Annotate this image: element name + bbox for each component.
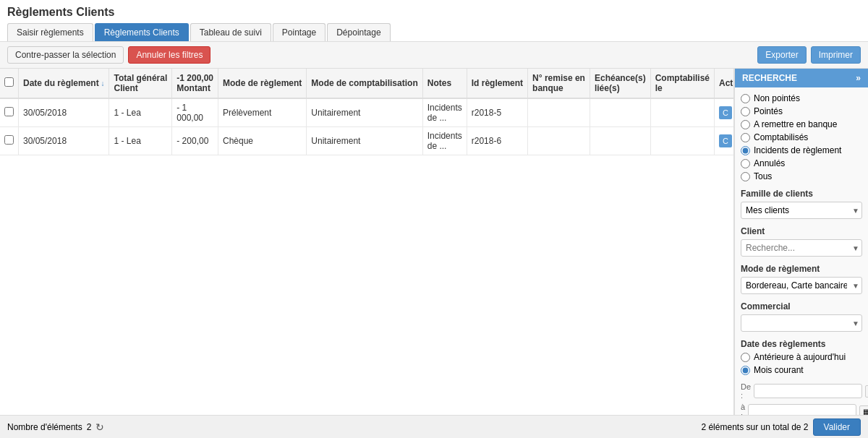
radio-tous[interactable]: Tous <box>741 171 862 181</box>
cell-id-reglement-1: r2018-5 <box>467 98 527 127</box>
cell-client-1: 1 - Lea <box>109 98 172 127</box>
cell-montant-1: - 1 000,00 <box>172 98 218 127</box>
client-label: Client <box>741 226 862 236</box>
table-row: 30/05/2018 1 - Lea - 1 000,00 Prélèvemen… <box>0 98 734 127</box>
date-de-input[interactable] <box>754 384 862 398</box>
row-checkbox-1[interactable] <box>0 98 19 127</box>
radio-incidents[interactable]: Incidents de règlement <box>741 145 862 155</box>
cell-echeance-1 <box>590 98 650 127</box>
cell-id-reglement-2: r2018-6 <box>467 127 527 155</box>
search-content: Non pointés Pointés A remettre en banque… <box>735 87 868 415</box>
cell-echeance-2 <box>590 127 650 155</box>
date-section: Date des règlements Antérieure à aujourd… <box>741 339 862 415</box>
footer-left: Nombre d'éléments 2 ↻ <box>7 421 104 433</box>
col-mode-reglement: Mode de règlement <box>218 69 307 98</box>
famille-clients-label: Famille de clients <box>741 189 862 199</box>
radio-annules[interactable]: Annulés <box>741 158 862 168</box>
cell-comptabilise-1 <box>650 98 714 127</box>
footer-right: 2 éléments sur un total de 2 Valider <box>701 418 861 436</box>
select-all-header[interactable] <box>0 69 19 98</box>
cell-remise-2 <box>528 127 590 155</box>
page-title: Règlements Clients <box>7 6 861 19</box>
cell-client-2: 1 - Lea <box>109 127 172 155</box>
collapse-button[interactable]: » <box>856 73 861 83</box>
cell-mode-reglement-1: Prélèvement <box>218 98 307 127</box>
col-actions: Actions <box>715 69 734 98</box>
cell-mode-compta-1: Unitairement <box>307 98 422 127</box>
famille-clients-select[interactable]: Mes clients Tous les clients <box>741 202 862 219</box>
col-client: Total généralClient <box>109 69 172 98</box>
toolbar: Contre-passer la sélection Annuler les f… <box>0 42 868 69</box>
table-area: Date du règlement Total généralClient -1… <box>0 69 734 415</box>
col-remise: N° remise enbanque <box>528 69 590 98</box>
tab-tableau[interactable]: Tableau de suivi <box>190 23 271 41</box>
col-comptabilise: Comptabiliséle <box>650 69 714 98</box>
date-radio-group: Antérieure à aujourd'hui Mois courant <box>741 352 862 375</box>
row-checkbox-2[interactable] <box>0 127 19 155</box>
radio-comptabilises[interactable]: Comptabilisés <box>741 132 862 142</box>
tab-saisir[interactable]: Saisir règlements <box>7 23 93 41</box>
tab-bar: Saisir règlements Règlements Clients Tab… <box>7 23 861 41</box>
footer: Nombre d'éléments 2 ↻ 2 éléments sur un … <box>0 415 868 438</box>
search-header: RECHERCHE » <box>735 69 868 87</box>
cell-actions-2: C C ✎ ✖ ✉ ⚙ <box>715 127 734 155</box>
date-de-label: De : <box>741 382 751 400</box>
contre-passer-button[interactable]: Contre-passer la sélection <box>7 46 124 64</box>
cell-actions-1: C C ✎ ✖ ✉ ⚙ <box>715 98 734 127</box>
date-a-input[interactable] <box>748 404 856 415</box>
commercial-label: Commercial <box>741 301 862 312</box>
radio-anterieure[interactable]: Antérieure à aujourd'hui <box>741 352 862 362</box>
cell-notes-1: Incidents de ... <box>422 98 467 127</box>
action-copy-2[interactable]: C <box>719 134 732 147</box>
status-radio-group: Non pointés Pointés A remettre en banque… <box>741 93 862 181</box>
cell-comptabilise-2 <box>650 127 714 155</box>
nombre-label: Nombre d'éléments <box>7 422 82 432</box>
cell-mode-reglement-2: Chèque <box>218 127 307 155</box>
famille-clients-wrapper: Mes clients Tous les clients ▼ <box>741 202 862 219</box>
date-de-row: De : ▦ <box>741 382 862 400</box>
col-echeance: Echéance(s)liée(s) <box>590 69 650 98</box>
commercial-select[interactable] <box>741 314 862 332</box>
col-notes: Notes <box>422 69 467 98</box>
col-mode-compta: Mode de comptabilisation <box>307 69 422 98</box>
client-search-input[interactable] <box>741 239 862 257</box>
action-copy-1[interactable]: C <box>719 106 732 119</box>
valider-button[interactable]: Valider <box>813 418 861 436</box>
tab-depointage[interactable]: Dépointage <box>327 23 390 41</box>
mode-reglement-wrapper: Bordereau, Carte bancaire, Chèq ▼ <box>741 277 862 294</box>
tab-reglements[interactable]: Règlements Clients <box>95 23 189 41</box>
imprimer-button[interactable]: Imprimer <box>811 46 861 64</box>
commercial-wrapper: ▼ <box>741 314 862 332</box>
search-title: RECHERCHE <box>742 73 797 83</box>
refresh-icon[interactable]: ↻ <box>95 421 104 433</box>
tab-pointage[interactable]: Pointage <box>273 23 326 41</box>
exporter-button[interactable]: Exporter <box>757 46 806 64</box>
cell-date-1: 30/05/2018 <box>19 98 109 127</box>
date-de-picker[interactable]: ▦ <box>865 385 868 398</box>
data-table: Date du règlement Total généralClient -1… <box>0 69 734 155</box>
cell-notes-2: Incidents de ... <box>422 127 467 155</box>
date-a-label: à : <box>741 403 745 415</box>
radio-pointes[interactable]: Pointés <box>741 106 862 116</box>
footer-summary: 2 éléments sur un total de 2 <box>701 422 808 432</box>
date-a-picker[interactable]: ▦ <box>859 405 868 416</box>
date-a-row: à : ▦ <box>741 403 862 415</box>
search-panel: RECHERCHE » Non pointés Pointés <box>734 69 868 415</box>
cell-remise-1 <box>528 98 590 127</box>
col-date[interactable]: Date du règlement <box>19 69 109 98</box>
annuler-filtres-button[interactable]: Annuler les filtres <box>128 46 210 64</box>
radio-a-remettre[interactable]: A remettre en banque <box>741 119 862 129</box>
mode-reglement-label: Mode de règlement <box>741 264 862 274</box>
mode-reglement-select[interactable]: Bordereau, Carte bancaire, Chèq <box>741 277 862 294</box>
nombre-value: 2 <box>87 422 92 432</box>
select-all-checkbox[interactable] <box>4 77 14 87</box>
cell-date-2: 30/05/2018 <box>19 127 109 155</box>
cell-mode-compta-2: Unitairement <box>307 127 422 155</box>
radio-non-pointes[interactable]: Non pointés <box>741 93 862 103</box>
table-row: 30/05/2018 1 - Lea - 200,00 Chèque Unita… <box>0 127 734 155</box>
col-montant: -1 200,00Montant <box>172 69 218 98</box>
cell-montant-2: - 200,00 <box>172 127 218 155</box>
radio-mois-courant[interactable]: Mois courant <box>741 365 862 375</box>
date-reglements-label: Date des règlements <box>741 339 862 349</box>
client-wrapper: ▼ <box>741 239 862 257</box>
